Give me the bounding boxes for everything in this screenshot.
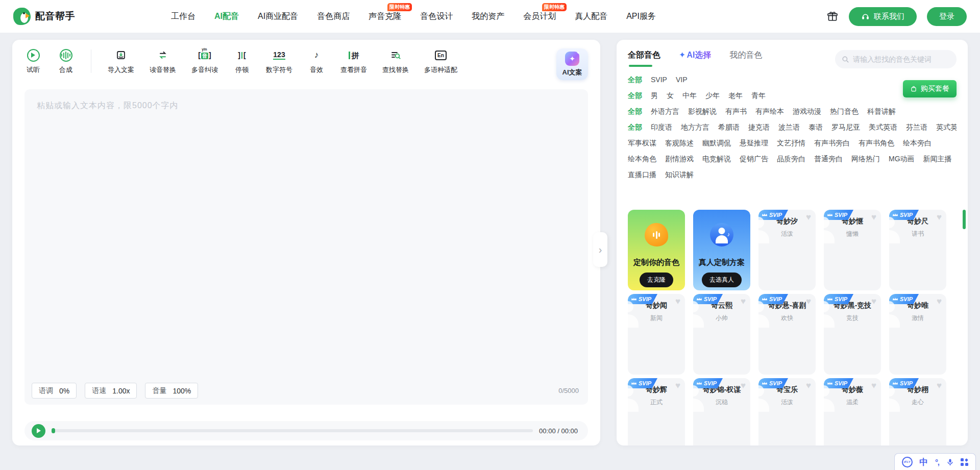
player-progress-knob[interactable] xyxy=(52,428,55,433)
app-logo[interactable]: 配音帮手 xyxy=(13,8,75,25)
pitch-control[interactable]: 语调 0% xyxy=(32,383,77,399)
voice-card-8[interactable]: SVIP♥奇妙辉正式 xyxy=(628,378,685,446)
speed-control[interactable]: 语速 1.00x xyxy=(85,383,137,399)
filter-option[interactable]: 外语方言 xyxy=(651,107,679,116)
filter-option[interactable]: 游戏动漫 xyxy=(793,107,821,116)
nav-item-2[interactable]: AI商业配音 xyxy=(258,11,298,22)
import-script-button[interactable]: 导入文案 xyxy=(108,48,134,75)
filter-option[interactable]: 直播口播 xyxy=(628,170,656,180)
nav-item-8[interactable]: 真人配音 xyxy=(575,11,607,22)
voice-card-5[interactable]: SVIP♥奇妙悬-喜剧欢快 xyxy=(758,294,816,375)
contact-us-button[interactable]: 联系我们 xyxy=(849,7,917,26)
ime-punctuation-icon[interactable]: °, xyxy=(935,458,939,466)
filter-option[interactable]: 有声绘本 xyxy=(755,107,784,116)
favorite-heart-icon[interactable]: ♥ xyxy=(937,381,942,390)
sound-effect-button[interactable]: ♪音效 xyxy=(308,48,325,75)
filter-option[interactable]: 剧情游戏 xyxy=(665,155,694,164)
filter-option[interactable]: 军事权谋 xyxy=(628,139,656,148)
filter-option[interactable]: 热门音色 xyxy=(830,107,859,116)
script-textarea[interactable] xyxy=(37,101,576,377)
filter-option[interactable]: 希腊语 xyxy=(718,123,740,132)
find-replace-button[interactable]: 查找替换 xyxy=(382,48,409,75)
gift-icon[interactable] xyxy=(826,10,839,22)
favorite-heart-icon[interactable]: ♥ xyxy=(937,213,942,221)
player-play-button[interactable] xyxy=(32,424,45,438)
ime-keyboard-grid-icon[interactable] xyxy=(961,458,968,466)
filter-option[interactable]: 青年 xyxy=(751,91,766,101)
filter-all-option[interactable]: 全部 xyxy=(628,91,642,101)
favorite-heart-icon[interactable]: ♥ xyxy=(741,297,746,306)
filter-option[interactable]: 科普讲解 xyxy=(867,107,896,116)
promo-action-button[interactable]: 去克隆 xyxy=(640,273,673,287)
filter-option[interactable]: 中年 xyxy=(682,91,697,101)
filter-option[interactable]: 有声书旁白 xyxy=(814,139,850,148)
filter-option[interactable]: 美式英语 xyxy=(869,123,897,132)
filter-option[interactable]: 少年 xyxy=(705,91,720,101)
voice-card-11[interactable]: SVIP♥奇妙薇温柔 xyxy=(824,378,881,446)
filter-option[interactable]: 老年 xyxy=(728,91,743,101)
favorite-heart-icon[interactable]: ♥ xyxy=(937,297,942,306)
favorite-heart-icon[interactable]: ♥ xyxy=(806,213,811,221)
promo-action-button[interactable]: 去选真人 xyxy=(702,273,742,287)
filter-option[interactable]: MG动画 xyxy=(889,155,915,164)
voice-card-10[interactable]: SVIP♥奇宝乐活泼 xyxy=(758,378,816,446)
favorite-heart-icon[interactable]: ♥ xyxy=(871,297,876,306)
tab-0[interactable]: 全部音色 xyxy=(628,50,660,67)
pronunciation-replace-button[interactable]: 读音替换 xyxy=(150,48,176,75)
favorite-heart-icon[interactable]: ♥ xyxy=(806,381,811,390)
ime-logo-icon[interactable]: iFLY xyxy=(902,457,913,467)
promo-card-human[interactable]: ♪真人定制方案去选真人 xyxy=(693,210,750,290)
filter-option[interactable]: 促销广告 xyxy=(740,155,768,164)
voice-card-4[interactable]: SVIP♥奇云熙小帅 xyxy=(693,294,750,375)
voice-card-9[interactable]: SVIP♥奇妙锦-权谋沉稳 xyxy=(693,378,750,446)
nav-item-1[interactable]: AI配音 xyxy=(214,11,239,22)
pause-insert-button[interactable]: ][停顿 xyxy=(233,48,251,75)
filter-option[interactable]: 知识讲解 xyxy=(665,170,694,180)
filter-option[interactable]: 文艺抒情 xyxy=(777,139,805,148)
voice-card-3[interactable]: SVIP♥奇妙闻新闻 xyxy=(628,294,685,375)
filter-option[interactable]: 女 xyxy=(667,91,674,101)
voice-card-12[interactable]: SVIP♥奇妙栩走心 xyxy=(889,378,946,446)
voice-card-6[interactable]: SVIP♥奇妙黑-竞技竞技 xyxy=(824,294,881,375)
voice-card-1[interactable]: SVIP♥奇妙惬慵懒 xyxy=(824,210,881,290)
filter-option[interactable]: VIP xyxy=(676,76,688,85)
tab-1[interactable]: ✦AI选择 xyxy=(679,50,711,67)
filter-option[interactable]: 印度语 xyxy=(651,123,672,132)
filter-all-option[interactable]: 全部 xyxy=(628,107,642,116)
voice-search-box[interactable] xyxy=(835,50,957,68)
nav-item-0[interactable]: 工作台 xyxy=(171,11,195,22)
filter-option[interactable]: 男 xyxy=(651,91,658,101)
filter-option[interactable]: 绘本旁白 xyxy=(903,139,932,148)
filter-option[interactable]: 电竞解说 xyxy=(702,155,731,164)
nav-item-6[interactable]: 我的资产 xyxy=(472,11,504,22)
filter-option[interactable]: 新闻主播 xyxy=(923,155,952,164)
volume-control[interactable]: 音量 100% xyxy=(145,383,198,399)
nav-item-3[interactable]: 音色商店 xyxy=(317,11,350,22)
filter-option[interactable]: 绘本角色 xyxy=(628,155,656,164)
favorite-heart-icon[interactable]: ♥ xyxy=(675,297,680,306)
filter-option[interactable]: 有声书角色 xyxy=(859,139,894,148)
filter-option[interactable]: SVIP xyxy=(651,76,667,85)
favorite-heart-icon[interactable]: ♥ xyxy=(806,297,811,306)
filter-option[interactable]: 客观陈述 xyxy=(665,139,694,148)
filter-option[interactable]: 幽默调侃 xyxy=(702,139,731,148)
filter-option[interactable]: 网络热门 xyxy=(851,155,880,164)
filter-option[interactable]: 地方方言 xyxy=(681,123,709,132)
filter-all-option[interactable]: 全部 xyxy=(628,123,642,132)
voice-card-0[interactable]: SVIP♥奇妙汐活泼 xyxy=(758,210,816,290)
favorite-heart-icon[interactable]: ♥ xyxy=(871,381,876,390)
nav-item-5[interactable]: 音色设计 xyxy=(420,11,453,22)
number-symbol-button[interactable]: 123数字符号 xyxy=(266,48,292,75)
filter-option[interactable]: 波兰语 xyxy=(778,123,800,132)
nav-item-4[interactable]: 声音克隆限时特惠 xyxy=(369,11,401,22)
favorite-heart-icon[interactable]: ♥ xyxy=(741,381,746,390)
synthesize-button[interactable]: 合成 xyxy=(57,48,75,75)
buy-package-button[interactable]: 购买套餐 xyxy=(903,80,957,97)
favorite-heart-icon[interactable]: ♥ xyxy=(871,213,876,221)
filter-option[interactable]: 普通旁白 xyxy=(814,155,843,164)
nav-item-9[interactable]: API服务 xyxy=(626,11,656,22)
nav-item-7[interactable]: 会员计划限时特惠 xyxy=(523,11,556,22)
promo-card-clone[interactable]: 定制你的音色去克隆 xyxy=(628,210,685,290)
login-button[interactable]: 登录 xyxy=(927,7,967,26)
voice-card-2[interactable]: SVIP♥奇妙尺讲书 xyxy=(889,210,946,290)
